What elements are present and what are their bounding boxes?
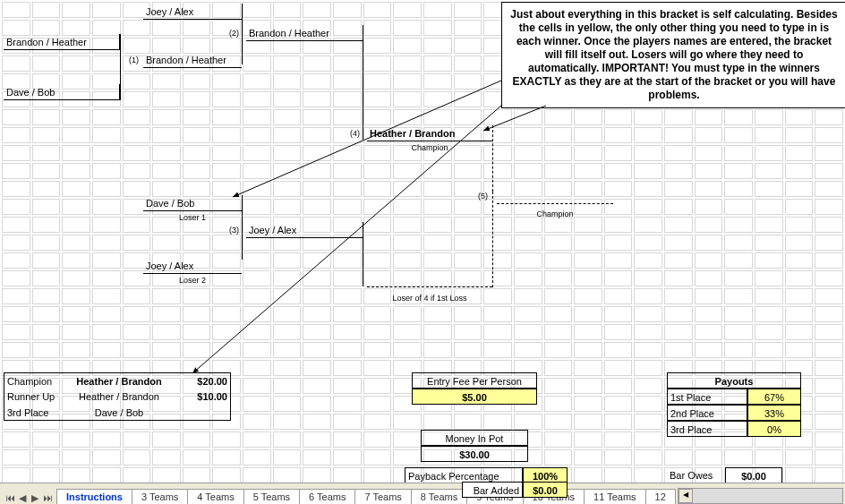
bracket-line-dashed [367, 286, 492, 287]
tab-prev-icon[interactable]: ◀ [16, 491, 29, 504]
results-third-name: Dave / Bob [61, 405, 177, 421]
money-pot-val: $30.00 [421, 446, 528, 462]
bracket-line [363, 222, 363, 286]
payouts-2-lbl: 2nd Place [667, 405, 747, 421]
bracket-seed2[interactable]: Dave / Bob [4, 84, 120, 100]
payouts-3-lbl: 3rd Place [667, 421, 747, 437]
bracket-m4-num: (4) [345, 125, 363, 141]
bracket-line [242, 4, 243, 64]
bracket-line [120, 34, 121, 100]
bracket-m5-num: (5) [465, 188, 491, 204]
bracket-w2-winner[interactable]: Brandon / Heather [246, 25, 363, 41]
bracket-seed1[interactable]: Brandon / Heather [4, 34, 120, 50]
bar-added-val[interactable]: $0.00 [523, 482, 568, 498]
bracket-loser2-lbl: Loser 2 [143, 272, 242, 288]
money-pot-lbl: Money In Pot [421, 430, 528, 446]
bracket-m1-num: (1) [124, 52, 141, 68]
sheet-tabs: ⏮ ◀ ▶ ⏭ Instructions 3 Teams 4 Teams 5 T… [0, 483, 845, 504]
results-runner-lbl: Runner Up [4, 389, 61, 405]
results-champ-name: Heather / Brandon [61, 372, 177, 389]
bracket-m3-num: (3) [224, 222, 242, 238]
tab-last-icon[interactable]: ⏭ [41, 491, 54, 504]
tab-nav[interactable]: ⏮ ◀ ▶ ⏭ [0, 491, 57, 504]
bracket-m2-num: (2) [224, 25, 242, 41]
tab-4teams[interactable]: 4 Teams [187, 489, 243, 504]
tab-6teams[interactable]: 6 Teams [299, 489, 355, 504]
tab-first-icon[interactable]: ⏮ [4, 491, 16, 504]
tab-scrollbar[interactable]: ◀ [678, 488, 843, 504]
tab-3teams[interactable]: 3 Teams [132, 489, 188, 504]
tab-12teams[interactable]: 12 [645, 489, 676, 504]
scroll-left-icon[interactable]: ◀ [679, 489, 693, 503]
tab-5teams[interactable]: 5 Teams [243, 489, 300, 504]
bracket-l3-winner[interactable]: Joey / Alex [246, 222, 363, 238]
tab-next-icon[interactable]: ▶ [29, 491, 41, 504]
results-third-lbl: 3rd Place [4, 405, 61, 421]
payouts-1-val[interactable]: 67% [747, 389, 801, 405]
spreadsheet-sheet: Joey / Alex Brandon / Heather (1) Brando… [0, 0, 845, 504]
results-runner-pay: $10.00 [177, 389, 231, 405]
bar-added-lbl: Bar Added [462, 482, 523, 498]
bracket-champion-lbl: Champion [367, 140, 492, 156]
tab-instructions[interactable]: Instructions [56, 489, 132, 504]
bracket-line [363, 25, 363, 140]
tab-8teams[interactable]: 8 Teams [411, 489, 467, 504]
tab-7teams[interactable]: 7 Teams [354, 489, 411, 504]
bar-owes-lbl: Bar Owes [667, 467, 721, 483]
bracket-loser4-lbl: Loser of 4 if 1st Loss [367, 290, 492, 306]
entry-fee-val[interactable]: $5.00 [412, 389, 537, 405]
payouts-3-val[interactable]: 0% [747, 421, 801, 437]
results-champ-lbl: Champion [4, 372, 61, 389]
bracket-line-dashed [492, 125, 493, 192]
tab-11teams[interactable]: 11 Teams [584, 489, 646, 504]
results-third-pay [177, 405, 231, 421]
bracket-w1-top[interactable]: Joey / Alex [143, 4, 242, 20]
results-runner-name: Heather / Brandon [61, 389, 177, 405]
bracket-line [242, 195, 243, 260]
entry-fee-lbl: Entry Fee Per Person [412, 372, 537, 389]
bracket-line-dashed [497, 203, 613, 204]
bracket-champion2-lbl: Champion [497, 206, 613, 222]
bracket-w1-winner[interactable]: Brandon / Heather [143, 52, 242, 68]
payouts-hdr: Payouts [667, 372, 801, 389]
instruction-callout: Just about everything in this bracket is… [501, 2, 845, 108]
bracket-line-dashed [492, 192, 493, 287]
bar-owes-val: $0.00 [725, 467, 782, 483]
payouts-2-val[interactable]: 33% [747, 405, 801, 421]
results-champ-pay: $20.00 [177, 372, 231, 389]
payouts-1-lbl: 1st Place [667, 389, 747, 405]
